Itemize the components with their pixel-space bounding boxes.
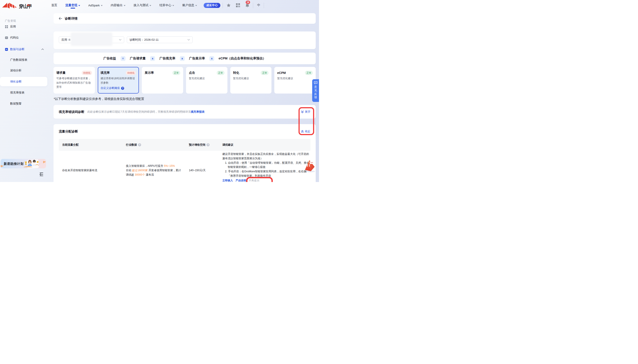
chevron-down-icon [119, 39, 122, 41]
metric-desc: 建议查看错误码说明并调整请求参数 [101, 76, 136, 85]
main-nav: 首页 流量变现 AdSpark 内容输出 接入与测试 结算中心 账户信息 [51, 0, 205, 10]
chevron-down-icon [101, 5, 103, 6]
sidebar-subitem-label: 波动分析 [10, 68, 22, 72]
pyramid-speech-bubble [310, 161, 314, 164]
feedback-label: 意见反馈 [314, 86, 317, 99]
chevron-up-icon [41, 48, 44, 50]
disclaimer-note: *以下诊断分析数据和建议仅供参考，请根据自身实际情况合理配置 [54, 97, 144, 101]
metric-card-ecpm[interactable]: eCPM正常 暂无优化建议 [274, 67, 316, 94]
col-header-current-allocation: 当前流量分配 [59, 143, 123, 147]
advice-line: 「推荐开启智能管家」列表操作开启 [228, 174, 310, 178]
blurred-app-name [72, 34, 111, 45]
fill-rate-error-section: 填充率错误码诊断 此处诊断仅展示诊断日期近7天有调优增收空间的错误码，完整填充率… [54, 105, 316, 118]
col-header-industry-data: 行业数据? [123, 143, 186, 147]
status-badge: 正常 [172, 71, 180, 75]
advice-links: 立即接入 产品说明 不再提示 [222, 178, 310, 182]
advice-line: 建议开启智能管家，并且在实验正向后推全，实现收益最大化（可开启的 [222, 152, 310, 156]
language-switch[interactable]: 中 [257, 3, 260, 7]
cell-current-allocation: 存在未开启智能管家的瀑布流 [59, 168, 123, 173]
nav-item-label: 首页 [51, 3, 57, 7]
status-badge: 正常 [261, 71, 269, 75]
sidebar-subitem-label: 增长诊断 [10, 80, 22, 84]
metric-card-conversion[interactable]: 转化正常 暂无优化建议 [230, 67, 272, 94]
pyramid-eye [308, 164, 308, 166]
nav-item-integration-test[interactable]: 接入与测试 [134, 3, 152, 7]
double-chevron-up-icon [301, 130, 304, 133]
nav-item-adspark[interactable]: AdSpark [88, 4, 103, 7]
metric-title: 点击 [189, 71, 195, 75]
formula-operator: = [121, 56, 126, 61]
expand-toggle[interactable]: 展开 [301, 110, 310, 114]
sidebar-item-apps[interactable]: 应用 [0, 22, 50, 31]
nav-item-home[interactable]: 首页 [51, 3, 57, 7]
nav-item-account-info[interactable]: 账户信息 [182, 3, 197, 7]
sidebar-subitem-growth-diagnosis[interactable]: 增长诊断 [0, 77, 47, 86]
sidebar-item-label: 数据与诊断 [10, 47, 25, 51]
formula-term: 广告收益 [104, 56, 116, 60]
data-pulse-icon [5, 48, 8, 51]
chevron-down-icon [195, 5, 197, 6]
status-badge: 正常 [305, 71, 313, 75]
metric-card-requests[interactable]: 请求量待优化 可参考诊断建议提升请求量，如补全样式和增加展示广告场景等 [54, 67, 95, 94]
formula-operator: x [209, 56, 214, 61]
sidebar-subitem-ad-data-report[interactable]: 广告数据报表 [0, 55, 47, 64]
status-badge: 待优化 [126, 71, 136, 75]
section-title: 填充率错误码诊断 [59, 110, 84, 114]
app-root: 穿山甲 首页 流量变现 AdSpark 内容输出 接入与测试 结算中心 账户信息… [0, 0, 319, 182]
advice-line: 2. 手动开启：在GroMore智能管家应用列表，选定对应应用，在右侧 [225, 170, 310, 174]
notification-bell-icon[interactable]: 18 [245, 3, 249, 8]
nav-item-monetization[interactable]: 流量变现 [65, 3, 80, 7]
section-title: 流量分配诊断 [59, 130, 78, 134]
sidebar-item-label: 应用 [10, 25, 16, 28]
sidebar-subitem-label: 填充率报表 [10, 91, 25, 95]
pangle-logo[interactable]: 穿山甲 [2, 1, 44, 10]
dont-remind-link[interactable]: 不再提示 [249, 178, 259, 182]
sidebar-subitem-fill-rate-report[interactable]: 填充率报表 [0, 88, 47, 97]
nav-item-content-output[interactable]: 内容输出 [111, 3, 126, 7]
metric-cards: 请求量待优化 可参考诊断建议提升请求量，如补全样式和增加展示广告场景等 填充率待… [54, 67, 316, 94]
collapse-label: 收起 [305, 130, 310, 133]
rising-star-banner[interactable]: 新星助推计划 [1, 159, 46, 168]
sidebar-item-data-diagnosis[interactable]: 数据与诊断 [0, 45, 50, 54]
advice-line: 1. 自动开启：使用「自动管理智能管家」功能，配置开启、关闭、推全 [225, 161, 310, 165]
apps-dashboard-icon[interactable] [236, 3, 240, 7]
time-select-value: 2026-02-11 [144, 38, 159, 41]
metric-title: 展示率 [145, 71, 154, 75]
question-circle-icon[interactable]: ? [121, 87, 124, 90]
apps-grid-icon [5, 25, 8, 28]
sidebar-subitem-data-alert[interactable]: 数据预警 [0, 99, 47, 108]
status-badge: 正常 [217, 71, 225, 75]
fill-rate-report-link[interactable]: 填充率报表 [191, 110, 205, 113]
filter-card: 应用 诊断时间： 2026-02-11 [54, 32, 316, 49]
sidebar-collapse-icon[interactable] [39, 172, 44, 176]
mascot-pyramid-widget[interactable] [304, 159, 316, 172]
connect-now-link[interactable]: 立即接入 [222, 178, 233, 182]
back-arrow-icon[interactable] [59, 17, 62, 20]
growth-center-button[interactable]: 成长中心 [204, 3, 220, 8]
collapse-toggle[interactable]: 收起 [301, 130, 310, 133]
help-icon[interactable]: ? [138, 143, 141, 146]
nav-item-label: 接入与测试 [134, 3, 149, 7]
metric-card-show-rate[interactable]: 展示率正常 [142, 67, 183, 94]
nav-item-settlement[interactable]: 结算中心 [159, 3, 174, 7]
diagnosis-time-select[interactable]: 诊断时间： 2026-02-11 [127, 36, 193, 43]
metric-title: eCPM [277, 71, 286, 74]
col-header-label: 预计增收空间 [189, 143, 205, 147]
star-favorite-icon[interactable] [227, 3, 231, 7]
logo-text: 穿山甲 [19, 4, 32, 9]
metric-desc: 暂无优化建议 [233, 76, 269, 81]
nav-item-label: AdSpark [88, 4, 100, 7]
product-doc-link[interactable]: 产品说明 [236, 178, 246, 182]
sidebar-subitem-fluctuation-analysis[interactable]: 波动分析 [0, 66, 47, 75]
custom-threshold-link[interactable]: 自定义诊断阈值? [101, 86, 136, 90]
sidebar-item-code-slots[interactable]: 代码位 [0, 33, 50, 42]
cell-tuning-advice: 建议开启智能管家，并且在实验正向后推全，实现收益最大化（可开启的 瀑布流以智能管… [219, 152, 310, 182]
feedback-button[interactable]: 意见反馈 [312, 79, 319, 102]
section-desc: 此处诊断仅展示诊断日期近7天有调优增收空间的错误码，完整填充率错误码明细详见填充… [87, 110, 205, 114]
help-icon[interactable]: ? [207, 143, 210, 146]
col-header-label: 行业数据 [126, 143, 137, 147]
metric-card-clicks[interactable]: 点击正常 暂无优化建议 [186, 67, 227, 94]
industry-line: 调优超 30000个 瀑布流 [126, 173, 186, 177]
metric-card-fill-rate[interactable]: 填充率待优化 建议查看错误码说明并调整请求参数 自定义诊断阈值? [98, 67, 139, 94]
col-header-label: 当前流量分配 [62, 143, 79, 147]
